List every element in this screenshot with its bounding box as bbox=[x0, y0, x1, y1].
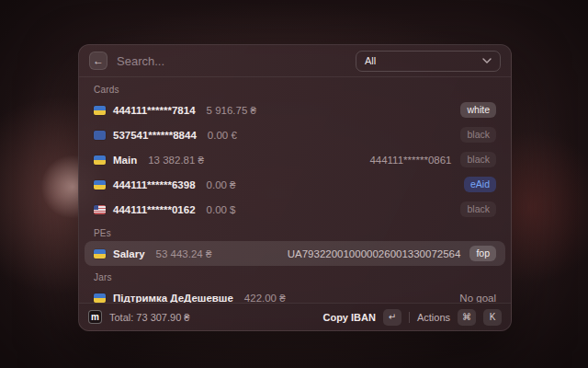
filter-dropdown[interactable]: All bbox=[356, 51, 501, 72]
list-item[interactable]: 444111******6398 0.00 ₴ eAid bbox=[85, 172, 505, 197]
command-palette-window: ← All Cards 444111******7814 5 916.75 ₴ … bbox=[78, 44, 512, 331]
list-item[interactable]: 444111******0162 0.00 $ black bbox=[85, 197, 505, 222]
account-title: 537541******8844 bbox=[113, 130, 197, 141]
filter-dropdown-value: All bbox=[365, 55, 376, 66]
arrow-left-icon: ← bbox=[93, 54, 104, 67]
flag-ua-icon bbox=[94, 155, 106, 165]
chevron-down-icon bbox=[482, 58, 492, 63]
account-balance: 0.00 $ bbox=[207, 204, 236, 215]
flag-ua-icon bbox=[94, 180, 106, 190]
account-title: 444111******6398 bbox=[113, 179, 196, 190]
account-balance: 53 443.24 ₴ bbox=[156, 248, 212, 259]
search-input[interactable] bbox=[117, 54, 346, 68]
account-title: Main bbox=[113, 155, 137, 166]
search-bar: ← All bbox=[79, 45, 511, 77]
card-tier-badge: black bbox=[460, 127, 496, 143]
flag-us-icon bbox=[94, 205, 106, 214]
card-tier-badge: black bbox=[460, 201, 496, 217]
jar-balance: 422.00 ₴ bbox=[244, 293, 286, 304]
card-tier-badge: black bbox=[460, 152, 496, 167]
list-item[interactable]: Підтримка ДеДешевше 422.00 ₴ No goal bbox=[85, 285, 505, 303]
flag-ua-icon bbox=[94, 106, 106, 115]
account-balance: 0.00 € bbox=[208, 130, 237, 141]
account-title: 444111******7814 bbox=[113, 105, 196, 116]
flag-ua-icon bbox=[94, 249, 106, 259]
command-key-icon: ⌘ bbox=[458, 309, 476, 326]
account-balance: 13 382.81 ₴ bbox=[148, 155, 204, 166]
total-balance-label: Total: 73 307.90 ₴ bbox=[109, 312, 189, 323]
iban-text: UA793220010000026001330072564 bbox=[288, 248, 461, 259]
copy-iban-button[interactable]: Copy IBAN bbox=[322, 312, 375, 323]
monobank-logo-icon: m bbox=[88, 310, 102, 324]
list-item-selected[interactable]: Salary 53 443.24 ₴ UA7932200100000260013… bbox=[85, 241, 505, 266]
list-item[interactable]: Main 13 382.81 ₴ 444111******0861 black bbox=[85, 147, 505, 172]
account-balance: 5 916.75 ₴ bbox=[207, 105, 256, 116]
jar-goal-status: No goal bbox=[459, 293, 496, 304]
card-tier-badge: eAid bbox=[464, 177, 496, 192]
section-header-pes: PEs bbox=[79, 222, 511, 241]
account-title: Salary bbox=[113, 248, 145, 259]
jar-title: Підтримка ДеДешевше bbox=[113, 293, 233, 304]
footer-divider bbox=[409, 312, 410, 323]
account-balance: 0.00 ₴ bbox=[207, 179, 236, 190]
return-key-icon: ↵ bbox=[383, 309, 401, 326]
status-bar: m Total: 73 307.90 ₴ Copy IBAN ↵ Actions… bbox=[79, 303, 511, 330]
card-tier-badge: white bbox=[460, 102, 496, 118]
results-list: Cards 444111******7814 5 916.75 ₴ white … bbox=[79, 77, 511, 303]
back-button[interactable]: ← bbox=[89, 52, 107, 70]
list-item[interactable]: 537541******8844 0.00 € black bbox=[85, 122, 505, 147]
flag-eu-icon bbox=[94, 131, 106, 140]
k-key-icon: K bbox=[483, 309, 502, 326]
account-type-badge: fop bbox=[469, 246, 496, 261]
flag-ua-icon bbox=[94, 293, 106, 303]
section-header-jars: Jars bbox=[79, 266, 511, 285]
card-number: 444111******0861 bbox=[369, 155, 451, 166]
section-header-cards: Cards bbox=[79, 78, 511, 98]
actions-button[interactable]: Actions bbox=[417, 312, 450, 323]
account-title: 444111******0162 bbox=[113, 204, 196, 215]
list-item[interactable]: 444111******7814 5 916.75 ₴ white bbox=[85, 98, 505, 122]
